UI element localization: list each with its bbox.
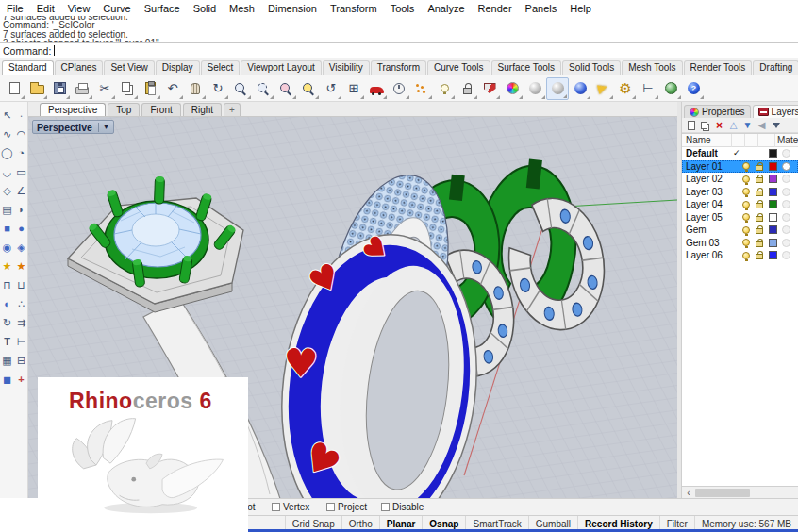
- extrude-icon[interactable]: ⊓: [0, 275, 14, 294]
- toolbar-tab-curve-tools[interactable]: Curve Tools: [427, 60, 490, 75]
- layer-color-swatch[interactable]: [769, 239, 777, 247]
- checkbox[interactable]: [326, 503, 335, 511]
- viewport-tab-right[interactable]: Right: [183, 103, 222, 116]
- zoom-window-icon[interactable]: [252, 77, 274, 100]
- solid-tools-icon[interactable]: ◼: [0, 370, 14, 389]
- layer-visibility-bulb-icon[interactable]: [742, 252, 750, 259]
- dimension-icon[interactable]: ⊢: [14, 332, 28, 351]
- layer-lock-icon[interactable]: [756, 177, 763, 183]
- duplicate-layer-icon[interactable]: [700, 122, 710, 129]
- curve-handles-icon[interactable]: ◠: [14, 125, 28, 143]
- toolbar-tab-transform[interactable]: Transform: [371, 60, 426, 75]
- osnap-vertex[interactable]: Vertex: [272, 502, 309, 512]
- material-ball-icon[interactable]: [782, 251, 790, 259]
- web-browser-icon[interactable]: [659, 77, 682, 100]
- layer-visibility-bulb-icon[interactable]: [742, 201, 750, 208]
- layer-lock-icon[interactable]: [756, 165, 763, 171]
- paste-icon[interactable]: [139, 77, 161, 100]
- layer-color-swatch[interactable]: [769, 200, 777, 208]
- rotate-icon[interactable]: ↻: [0, 313, 14, 332]
- tab-layers[interactable]: Layers: [753, 105, 798, 118]
- help-icon[interactable]: ?: [682, 77, 705, 100]
- polyline-icon[interactable]: ∠: [14, 181, 28, 200]
- layer-color-swatch[interactable]: [769, 162, 777, 171]
- layer-lock-icon[interactable]: [756, 191, 763, 196]
- menu-view[interactable]: View: [61, 3, 97, 14]
- toolbar-tab-solid-tools[interactable]: Solid Tools: [562, 60, 621, 75]
- fillet-icon[interactable]: ◐: [0, 294, 14, 313]
- pan-hand-icon[interactable]: [184, 77, 207, 100]
- cut-icon[interactable]: ✂: [93, 77, 116, 100]
- toolbar-tab-mesh-tools[interactable]: Mesh Tools: [622, 60, 682, 75]
- color-wheel-icon[interactable]: [501, 77, 524, 100]
- zoom-dynamic-icon[interactable]: [229, 77, 252, 100]
- material-ball-icon[interactable]: [782, 213, 790, 222]
- viewport-layout-icon[interactable]: ⊞: [342, 77, 365, 100]
- lock-icon[interactable]: [456, 77, 478, 100]
- toolbar-tab-set-view[interactable]: Set View: [104, 60, 154, 75]
- save-icon[interactable]: [48, 77, 71, 100]
- menu-dimension[interactable]: Dimension: [261, 3, 324, 14]
- lamp-icon[interactable]: [433, 77, 456, 100]
- print-icon[interactable]: [71, 77, 93, 100]
- collapse-icon[interactable]: ◀: [756, 120, 767, 130]
- checkbox[interactable]: [272, 503, 280, 511]
- filter-icon[interactable]: [771, 123, 781, 128]
- surface-icon[interactable]: ▤: [0, 200, 14, 219]
- rectangle-icon[interactable]: ▭: [14, 162, 28, 181]
- menu-mesh[interactable]: Mesh: [223, 3, 261, 14]
- material-ball-icon[interactable]: [782, 162, 790, 171]
- viewport-tab-top[interactable]: Top: [108, 103, 140, 116]
- tab-properties[interactable]: Properties: [684, 105, 751, 118]
- layer-row[interactable]: Gem: [682, 224, 798, 237]
- column-header-material[interactable]: Material: [777, 135, 798, 145]
- polygon-icon[interactable]: ◇: [0, 181, 14, 200]
- scrollbar-thumb[interactable]: [695, 489, 750, 497]
- zoom-extents-icon[interactable]: [297, 77, 320, 100]
- layer-row[interactable]: Gem 03: [682, 237, 798, 250]
- options-gear-icon[interactable]: ⚙: [614, 77, 637, 100]
- menu-panels[interactable]: Panels: [519, 3, 564, 14]
- menu-solid[interactable]: Solid: [187, 3, 223, 14]
- viewport-tab-front[interactable]: Front: [141, 103, 180, 116]
- clock-icon[interactable]: [388, 77, 410, 100]
- zoom-selected-icon[interactable]: [274, 77, 297, 100]
- checkbox[interactable]: [381, 503, 390, 511]
- menu-edit[interactable]: Edit: [30, 3, 61, 14]
- toolbar-tab-cplanes[interactable]: CPlanes: [55, 60, 104, 75]
- menu-render[interactable]: Render: [472, 3, 519, 14]
- layer-visibility-bulb-icon[interactable]: [742, 188, 750, 195]
- layer-visibility-bulb-icon[interactable]: [742, 213, 750, 221]
- toolbar-tab-surface-tools[interactable]: Surface Tools: [491, 60, 561, 75]
- layer-lock-icon[interactable]: [756, 241, 763, 247]
- layer-color-swatch[interactable]: [769, 149, 777, 158]
- rotate-view-icon[interactable]: ↻: [207, 77, 229, 100]
- copy-icon[interactable]: [116, 77, 139, 100]
- rendered-view-icon[interactable]: [569, 77, 591, 100]
- history-icon[interactable]: ⊢: [637, 77, 659, 100]
- circle-icon[interactable]: ◯: [0, 143, 14, 162]
- new-layer-icon[interactable]: [686, 121, 696, 130]
- layer-color-swatch[interactable]: [769, 251, 777, 259]
- toolbar-tab-render-tools[interactable]: Render Tools: [684, 60, 753, 75]
- material-ball-icon[interactable]: [782, 188, 790, 196]
- menu-file[interactable]: File: [0, 3, 30, 14]
- menu-surface[interactable]: Surface: [138, 3, 187, 14]
- layer-row[interactable]: Layer 04: [682, 198, 798, 211]
- layer-visibility-bulb-icon[interactable]: [742, 226, 750, 234]
- menu-transform[interactable]: Transform: [324, 3, 384, 14]
- toolbar-tab-select[interactable]: Select: [201, 60, 241, 75]
- point-icon[interactable]: ∙: [14, 106, 28, 125]
- layer-lock-icon[interactable]: [756, 254, 763, 259]
- layer-color-swatch[interactable]: [769, 175, 777, 183]
- osnap-project[interactable]: Project: [326, 502, 367, 512]
- scroll-left-arrow[interactable]: ‹: [682, 488, 695, 498]
- menu-analyze[interactable]: Analyze: [421, 3, 471, 14]
- layer-lock-icon[interactable]: [756, 216, 763, 222]
- material-ball-icon[interactable]: [782, 149, 790, 158]
- ellipse-icon[interactable]: ◔: [14, 143, 28, 162]
- layer-lock-icon[interactable]: [756, 228, 763, 234]
- sphere-icon[interactable]: ●: [14, 219, 28, 238]
- material-ball-icon[interactable]: [782, 175, 790, 183]
- layer-color-swatch[interactable]: [769, 225, 777, 234]
